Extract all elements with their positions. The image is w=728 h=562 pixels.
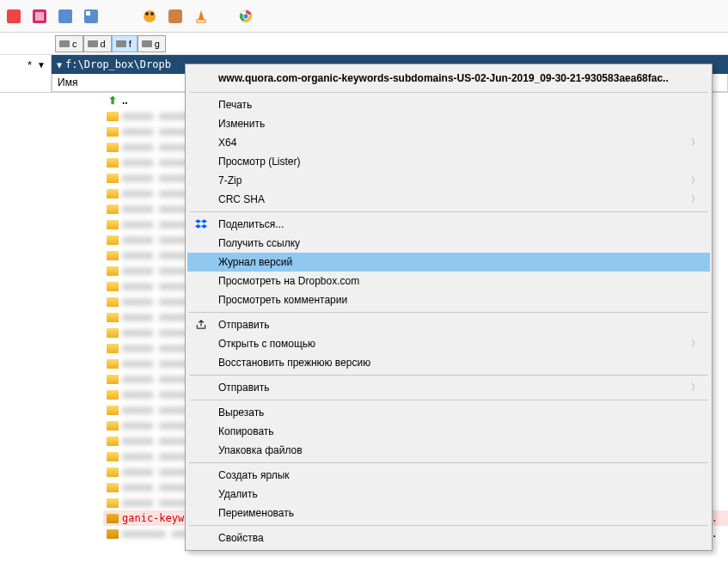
file-icon xyxy=(107,529,119,539)
folder-icon xyxy=(107,498,119,508)
folder-icon xyxy=(107,344,119,353)
context-menu-item[interactable]: Отправить〉 xyxy=(187,378,710,397)
context-menu-separator xyxy=(189,375,708,376)
svg-point-14 xyxy=(243,13,248,18)
drive-icon xyxy=(142,40,152,47)
folder-icon xyxy=(107,328,119,338)
context-menu-item-label: Упаковка файлов xyxy=(218,444,303,456)
folder-icon xyxy=(107,220,119,229)
svg-rect-0 xyxy=(7,9,21,23)
context-menu-item[interactable]: CRC SHA〉 xyxy=(187,190,710,209)
context-menu-item[interactable]: Просмотреть на Dropbox.com xyxy=(187,272,710,290)
context-menu-item-label: Отправить xyxy=(218,382,270,394)
path-dropdown-icon[interactable]: ▼ xyxy=(57,60,62,70)
context-menu-item[interactable]: Получить ссылку xyxy=(187,234,710,253)
folder-icon xyxy=(107,282,119,291)
context-menu-item[interactable]: Журнал версий xyxy=(187,253,710,272)
context-menu-separator xyxy=(189,211,708,212)
context-menu-item[interactable]: Копировать xyxy=(187,422,710,441)
context-menu-item-label: Просмотр (Lister) xyxy=(218,156,300,168)
submenu-arrow-icon: 〉 xyxy=(691,338,700,350)
folder-icon xyxy=(107,390,119,400)
context-menu-item[interactable]: Переименовать xyxy=(187,504,710,522)
svg-point-6 xyxy=(144,10,156,22)
drive-icon xyxy=(59,40,70,47)
svg-rect-11 xyxy=(197,20,205,22)
context-menu-separator xyxy=(189,525,708,526)
context-menu-item[interactable]: Упаковка файлов xyxy=(187,441,710,460)
context-menu-item[interactable]: X64〉 xyxy=(187,133,710,152)
dropdown-arrow-icon[interactable]: ▼ xyxy=(37,60,46,70)
svg-rect-5 xyxy=(86,11,90,15)
up-arrow-icon: ⬆ xyxy=(107,95,119,107)
context-menu-item-label: Создать ярлык xyxy=(218,469,290,481)
context-menu-item-label: Просмотреть на Dropbox.com xyxy=(218,275,359,287)
context-menu-item[interactable]: Вырезать xyxy=(187,403,710,422)
folder-icon xyxy=(107,235,119,245)
drive-button-c[interactable]: c xyxy=(55,35,83,52)
file-icon xyxy=(107,514,119,523)
context-menu-item[interactable]: Открыть с помощью〉 xyxy=(187,334,710,353)
context-menu-item-label: Отправить xyxy=(218,319,270,331)
context-menu-item[interactable]: Изменить xyxy=(187,114,710,133)
drive-button-f[interactable]: f xyxy=(112,35,138,52)
context-menu-item-label: Печать xyxy=(218,99,252,111)
context-menu-item-label: Копировать xyxy=(218,425,274,437)
vlc-icon[interactable] xyxy=(193,8,210,25)
folder-icon xyxy=(107,189,119,199)
app-icon-4[interactable] xyxy=(83,8,100,25)
submenu-arrow-icon: 〉 xyxy=(691,193,700,205)
svg-rect-9 xyxy=(168,9,182,23)
context-menu-item[interactable]: Просмотр (Lister) xyxy=(187,152,710,171)
context-menu-separator xyxy=(189,92,708,93)
folder-icon xyxy=(107,359,119,369)
folder-icon xyxy=(107,483,119,492)
context-menu-item-label: CRC SHA xyxy=(218,193,265,205)
top-toolbar xyxy=(0,0,728,33)
context-menu-item[interactable]: Удалить xyxy=(187,485,710,504)
folder-icon xyxy=(107,375,119,384)
folder-icon xyxy=(107,406,119,415)
folder-icon xyxy=(107,437,119,446)
context-menu-item[interactable]: Восстановить прежнюю версию xyxy=(187,353,710,372)
context-menu-title: www.quora.com-organic-keywords-subdomain… xyxy=(187,67,710,89)
share-icon xyxy=(194,318,208,332)
svg-rect-2 xyxy=(35,12,44,21)
context-menu-item-label: Поделиться... xyxy=(218,218,284,230)
app-icon-5[interactable] xyxy=(141,8,158,25)
context-menu-item[interactable]: Просмотреть комментарии xyxy=(187,290,710,309)
app-icon-6[interactable] xyxy=(167,8,184,25)
context-menu-item[interactable]: 7-Zip〉 xyxy=(187,171,710,190)
context-menu-item-label: Просмотреть комментарии xyxy=(218,294,347,306)
context-menu-item-label: Свойства xyxy=(218,532,264,544)
chrome-icon[interactable] xyxy=(237,8,254,25)
svg-point-7 xyxy=(145,12,149,15)
context-menu-item[interactable]: Свойства xyxy=(187,528,710,547)
context-menu-item-label: 7-Zip xyxy=(218,174,242,186)
context-menu-item[interactable]: Поделиться... xyxy=(187,215,710,234)
svg-point-8 xyxy=(150,12,154,15)
svg-rect-3 xyxy=(58,9,72,23)
folder-icon xyxy=(107,266,119,276)
app-icon-3[interactable] xyxy=(57,8,74,25)
folder-icon xyxy=(107,143,119,152)
drive-button-d[interactable]: d xyxy=(83,35,112,52)
app-icon-1[interactable] xyxy=(5,8,22,25)
folder-icon xyxy=(107,174,119,183)
folder-icon xyxy=(107,112,119,121)
app-icon-2[interactable] xyxy=(31,8,48,25)
folder-icon xyxy=(107,251,119,260)
context-menu-item-label: X64 xyxy=(218,137,236,149)
drive-icon xyxy=(88,40,98,47)
submenu-arrow-icon: 〉 xyxy=(691,382,700,394)
context-menu-separator xyxy=(189,312,708,313)
drive-button-g[interactable]: g xyxy=(138,35,166,52)
context-menu-separator xyxy=(189,400,708,400)
context-menu-item[interactable]: Создать ярлык xyxy=(187,466,710,485)
context-menu-item-label: Вырезать xyxy=(218,406,264,418)
up-label: .. xyxy=(122,95,128,107)
context-menu-item[interactable]: Печать xyxy=(187,95,710,114)
context-menu-item-label: Открыть с помощью xyxy=(218,338,315,350)
folder-icon xyxy=(107,158,119,168)
context-menu-item[interactable]: Отправить xyxy=(187,315,710,334)
